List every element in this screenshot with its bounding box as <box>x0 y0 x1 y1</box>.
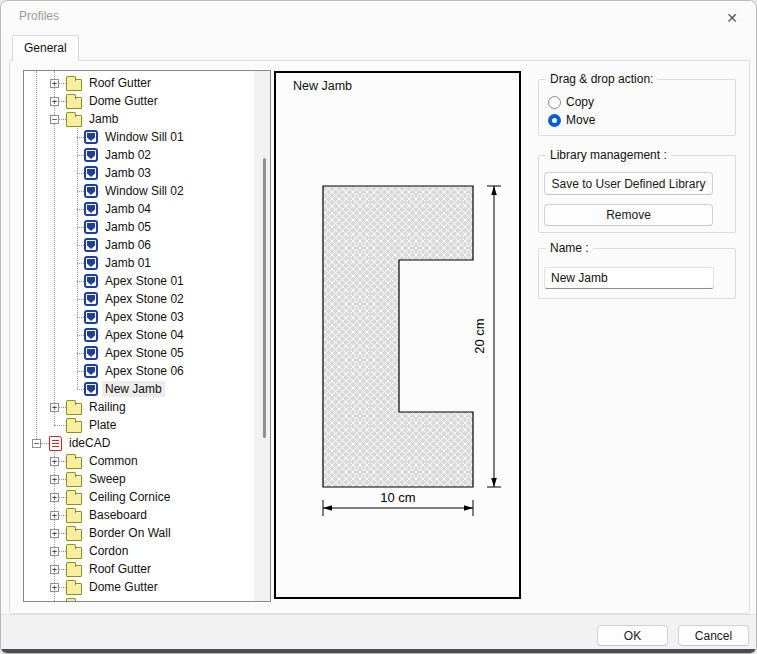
tree-item[interactable]: Jamb 02 <box>24 146 254 164</box>
tree-item[interactable]: +Baseboard <box>24 506 254 524</box>
tree-item-label: Jamb 02 <box>102 147 154 163</box>
collapse-minus-icon[interactable]: − <box>32 439 41 448</box>
name-input[interactable] <box>544 267 714 289</box>
tree-item[interactable]: +Sweep <box>24 470 254 488</box>
tree-item[interactable]: Apex Stone 02 <box>24 290 254 308</box>
tree-item[interactable]: +Dome Gutter <box>24 92 254 110</box>
folder-icon <box>66 421 82 433</box>
tree-item[interactable]: Apex Stone 03 <box>24 308 254 326</box>
tree-item[interactable]: + <box>24 596 254 601</box>
folder-icon <box>66 457 82 469</box>
profile-icon <box>84 292 98 306</box>
tree-item-label: Apex Stone 04 <box>102 327 187 343</box>
expand-plus-icon[interactable]: + <box>50 511 59 520</box>
tree-item-label: Ceiling Cornice <box>86 489 173 505</box>
tree-item[interactable]: +Cordon <box>24 542 254 560</box>
tree-item-label: Jamb 01 <box>102 255 154 271</box>
expand-plus-icon[interactable]: + <box>50 493 59 502</box>
vertical-dimension-line <box>487 186 501 487</box>
tree-item[interactable]: Jamb 05 <box>24 218 254 236</box>
tree-item-label: Roof Gutter <box>86 75 154 91</box>
profile-icon <box>84 130 98 144</box>
expand-plus-icon[interactable]: + <box>50 529 59 538</box>
profile-tree[interactable]: +Roof Gutter+Dome Gutter−JambWindow Sill… <box>23 70 271 602</box>
tree-item-label: Jamb 03 <box>102 165 154 181</box>
collapse-minus-icon[interactable]: − <box>50 115 59 124</box>
tab-general[interactable]: General <box>12 35 79 61</box>
expand-plus-icon[interactable]: + <box>50 547 59 556</box>
tree-item[interactable]: New Jamb <box>24 380 254 398</box>
drag-drop-legend: Drag & drop action: <box>546 72 657 86</box>
tree-item-label: Railing <box>86 399 129 415</box>
tree-item[interactable]: Window Sill 01 <box>24 128 254 146</box>
tree-item-label: Border On Wall <box>86 525 174 541</box>
radio-copy-label: Copy <box>566 95 594 109</box>
cancel-button[interactable]: Cancel <box>678 625 749 646</box>
tree-item-label: Jamb 04 <box>102 201 154 217</box>
folder-icon <box>66 403 82 415</box>
tree-item[interactable]: Apex Stone 01 <box>24 272 254 290</box>
profile-icon <box>84 202 98 216</box>
tree-item[interactable]: Apex Stone 05 <box>24 344 254 362</box>
tree-item[interactable]: Jamb 03 <box>24 164 254 182</box>
tree-item[interactable]: +Roof Gutter <box>24 74 254 92</box>
tree-item[interactable]: −Jamb <box>24 110 254 128</box>
tree-item[interactable]: −ideCAD <box>24 434 254 452</box>
folder-icon <box>66 97 82 109</box>
expand-plus-icon[interactable]: + <box>50 475 59 484</box>
radio-option-move[interactable]: Move <box>548 113 595 127</box>
tree-item[interactable]: +Ceiling Cornice <box>24 488 254 506</box>
profile-icon <box>84 256 98 270</box>
tree-item[interactable]: Apex Stone 04 <box>24 326 254 344</box>
tree-item-label: Dome Gutter <box>86 93 161 109</box>
tree-item-label: Jamb 05 <box>102 219 154 235</box>
tree-item[interactable]: +Roof Gutter <box>24 560 254 578</box>
expand-plus-icon[interactable]: + <box>50 583 59 592</box>
profile-icon <box>84 274 98 288</box>
tree-scrollbar-thumb[interactable] <box>263 158 266 438</box>
expand-plus-icon[interactable]: + <box>50 79 59 88</box>
close-icon[interactable]: ✕ <box>718 6 746 30</box>
expand-plus-icon[interactable]: + <box>50 565 59 574</box>
profile-icon <box>84 364 98 378</box>
remove-button[interactable]: Remove <box>544 204 713 226</box>
tree-item-label: Roof Gutter <box>86 561 154 577</box>
tree-item[interactable]: Jamb 04 <box>24 200 254 218</box>
profile-icon <box>84 310 98 324</box>
cad-library-icon <box>49 436 62 451</box>
profiles-dialog: Profiles ✕ General +Roof Gutter+Dome Gut… <box>0 0 757 654</box>
folder-icon <box>66 547 82 559</box>
tree-item[interactable]: +Railing <box>24 398 254 416</box>
tree-item-label: Apex Stone 02 <box>102 291 187 307</box>
expand-plus-icon[interactable]: + <box>50 403 59 412</box>
tree-item[interactable]: Apex Stone 06 <box>24 362 254 380</box>
profile-icon <box>84 328 98 342</box>
tree-scrollbar[interactable] <box>254 71 270 601</box>
profile-icon <box>84 148 98 162</box>
profile-icon <box>84 382 98 396</box>
expand-plus-icon[interactable]: + <box>50 457 59 466</box>
save-to-library-button[interactable]: Save to User Defined Library <box>544 172 713 195</box>
folder-icon <box>66 115 82 127</box>
tree-item[interactable]: +Common <box>24 452 254 470</box>
ok-button[interactable]: OK <box>597 625 668 646</box>
expand-plus-icon[interactable]: + <box>50 601 59 602</box>
horizontal-dimension-label: 10 cm <box>380 490 415 505</box>
tree-item[interactable]: Jamb 01 <box>24 254 254 272</box>
expand-plus-icon[interactable]: + <box>50 97 59 106</box>
tree-item[interactable]: Plate <box>24 416 254 434</box>
tree-rows: +Roof Gutter+Dome Gutter−JambWindow Sill… <box>24 74 254 601</box>
tree-item[interactable]: Window Sill 02 <box>24 182 254 200</box>
radio-option-copy[interactable]: Copy <box>548 95 594 109</box>
radio-copy-icon[interactable] <box>548 96 561 109</box>
folder-icon <box>66 511 82 523</box>
tree-item[interactable]: +Dome Gutter <box>24 578 254 596</box>
tree-item[interactable]: +Border On Wall <box>24 524 254 542</box>
profile-icon <box>84 238 98 252</box>
tree-item-label: Baseboard <box>86 507 150 523</box>
tree-item-label: ideCAD <box>66 435 113 451</box>
radio-move-icon[interactable] <box>548 114 561 127</box>
tree-item[interactable]: Jamb 06 <box>24 236 254 254</box>
folder-icon <box>66 79 82 91</box>
profile-icon <box>84 184 98 198</box>
